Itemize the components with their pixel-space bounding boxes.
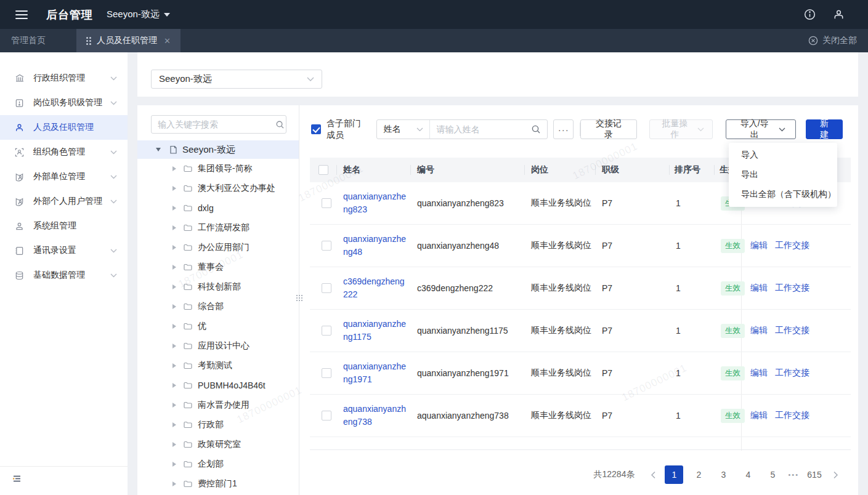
collapse-sidebar-icon[interactable]	[12, 474, 22, 485]
edit-link[interactable]: 编辑	[750, 283, 768, 294]
caret-right-icon[interactable]	[172, 383, 176, 388]
caret-right-icon[interactable]	[172, 422, 176, 427]
tree-node[interactable]: 董事会	[137, 257, 299, 277]
sidebar-item-base-data[interactable]: 基础数据管理	[0, 263, 128, 288]
caret-right-icon[interactable]	[172, 225, 176, 230]
caret-right-icon[interactable]	[172, 363, 176, 368]
search-icon[interactable]	[525, 120, 547, 139]
member-name-link[interactable]: quanxianyanzheng823	[343, 190, 407, 216]
edit-link[interactable]: 编辑	[750, 368, 768, 379]
select-all-checkbox[interactable]	[318, 165, 328, 175]
tree-node[interactable]: 费控部门1	[137, 474, 299, 494]
page-number[interactable]: 4	[739, 465, 757, 484]
import-export-button[interactable]: 导入/导出	[726, 119, 796, 139]
tree-node[interactable]: 工作流研发部	[137, 218, 299, 238]
more-filters-button[interactable]: ···	[553, 119, 574, 139]
member-name-link[interactable]: quanxianyanzheng1971	[343, 360, 407, 386]
caret-right-icon[interactable]	[172, 245, 176, 250]
row-checkbox[interactable]	[322, 326, 331, 336]
sidebar-item-external-unit[interactable]: 外部单位管理	[0, 164, 128, 189]
caret-right-icon[interactable]	[172, 304, 176, 309]
search-icon[interactable]	[275, 120, 285, 129]
work-handover-link[interactable]: 工作交接	[775, 410, 809, 421]
member-name-link[interactable]: quanxianyanzheng48	[343, 233, 407, 259]
page-number[interactable]: 1	[665, 465, 683, 484]
page-number[interactable]: 3	[714, 465, 732, 484]
tree-node[interactable]: 澳大利亚公文办事处	[137, 179, 299, 198]
edit-link[interactable]: 编辑	[750, 410, 768, 421]
tree-node[interactable]: 行政部	[137, 415, 299, 435]
edit-link[interactable]: 编辑	[750, 325, 768, 336]
member-name-link[interactable]: quanxianyanzheng1175	[343, 318, 407, 344]
tree-node[interactable]: 综合部	[137, 297, 299, 316]
row-checkbox[interactable]	[322, 283, 331, 293]
tree-node[interactable]: 企划部	[137, 454, 299, 474]
menu-item-import[interactable]: 导入	[729, 145, 837, 165]
caret-right-icon[interactable]	[172, 481, 176, 486]
caret-right-icon[interactable]	[172, 284, 176, 289]
sidebar-item-org-admin[interactable]: 行政组织管理	[0, 66, 128, 91]
sidebar-item-position-rank[interactable]: 岗位职务职级管理	[0, 91, 128, 115]
work-handover-link[interactable]: 工作交接	[775, 325, 809, 336]
close-all-tabs-button[interactable]: 关闭全部	[808, 29, 857, 52]
edit-link[interactable]: 编辑	[750, 240, 768, 251]
row-checkbox[interactable]	[322, 198, 331, 208]
search-field-select[interactable]: 姓名	[377, 120, 430, 139]
menu-item-export[interactable]: 导出	[729, 165, 837, 185]
caret-right-icon[interactable]	[172, 344, 176, 348]
tree-node[interactable]: 南水晋办使用	[137, 395, 299, 415]
member-name-link[interactable]: c369dengzheng222	[343, 275, 407, 301]
prev-page-icon[interactable]	[644, 466, 662, 483]
caret-down-icon[interactable]	[156, 148, 161, 151]
tree-node[interactable]: PUBMH4oJ4B46t	[137, 376, 299, 395]
panel-resize-handle[interactable]	[296, 295, 302, 301]
row-checkbox[interactable]	[322, 411, 331, 421]
caret-right-icon[interactable]	[172, 166, 176, 171]
sidebar-item-org-role[interactable]: 组织角色管理	[0, 140, 128, 164]
org-select[interactable]: Seeyon-致远	[151, 70, 322, 89]
tree-root-node[interactable]: Seeyon-致远	[137, 140, 299, 159]
sidebar-item-contacts-settings[interactable]: 通讯录设置	[0, 238, 128, 263]
caret-right-icon[interactable]	[172, 324, 176, 329]
tab-admin-home[interactable]: 管理首页	[0, 29, 57, 52]
tree-node[interactable]: 政策研究室	[137, 435, 299, 454]
tree-node[interactable]: 集团领导-简称	[137, 159, 299, 179]
caret-right-icon[interactable]	[172, 403, 176, 408]
sidebar-item-system-group[interactable]: 系统组管理	[0, 214, 128, 238]
org-switcher[interactable]: Seeyon-致远	[107, 9, 170, 20]
next-page-icon[interactable]	[827, 466, 844, 483]
caret-right-icon[interactable]	[172, 442, 176, 447]
include-sub-checkbox[interactable]	[311, 124, 321, 134]
hamburger-menu-icon[interactable]	[15, 10, 28, 19]
work-handover-link[interactable]: 工作交接	[775, 240, 809, 251]
member-name-link[interactable]: aquanxianyanzheng738	[343, 403, 407, 429]
tree-node[interactable]: 考勤测试	[137, 356, 299, 376]
tree-node[interactable]: 科技创新部	[137, 277, 299, 297]
tab-personnel-management[interactable]: 人员及任职管理 ✕	[76, 29, 180, 52]
page-number-last[interactable]: 615	[805, 465, 824, 484]
page-number[interactable]: 2	[689, 465, 708, 484]
batch-operation-button[interactable]: 批量操作	[649, 119, 713, 139]
pagination-ellipsis[interactable]: •••	[788, 471, 799, 478]
sidebar-item-external-user[interactable]: 外部个人用户管理	[0, 189, 128, 214]
member-search-input[interactable]	[430, 124, 525, 134]
page-number[interactable]: 5	[763, 465, 782, 484]
tree-node[interactable]: 优	[137, 316, 299, 336]
menu-item-export-all[interactable]: 导出全部（含下级机构）	[729, 185, 837, 204]
work-handover-link[interactable]: 工作交接	[775, 283, 809, 294]
tree-search-input[interactable]	[152, 119, 275, 129]
caret-right-icon[interactable]	[172, 462, 176, 467]
user-icon[interactable]	[833, 9, 845, 20]
tab-close-icon[interactable]: ✕	[164, 36, 171, 46]
sidebar-item-personnel[interactable]: 人员及任职管理	[0, 115, 128, 140]
row-checkbox[interactable]	[322, 241, 331, 251]
create-button[interactable]: 新建	[806, 119, 843, 139]
info-icon[interactable]	[804, 9, 816, 20]
caret-right-icon[interactable]	[172, 265, 176, 270]
tree-node[interactable]: 应用设计中心	[137, 336, 299, 356]
tree-node[interactable]: dxlg	[137, 198, 299, 218]
tree-node[interactable]: 办公应用部门	[137, 238, 299, 257]
caret-right-icon[interactable]	[172, 186, 176, 191]
row-checkbox[interactable]	[322, 368, 331, 378]
caret-right-icon[interactable]	[172, 206, 176, 211]
